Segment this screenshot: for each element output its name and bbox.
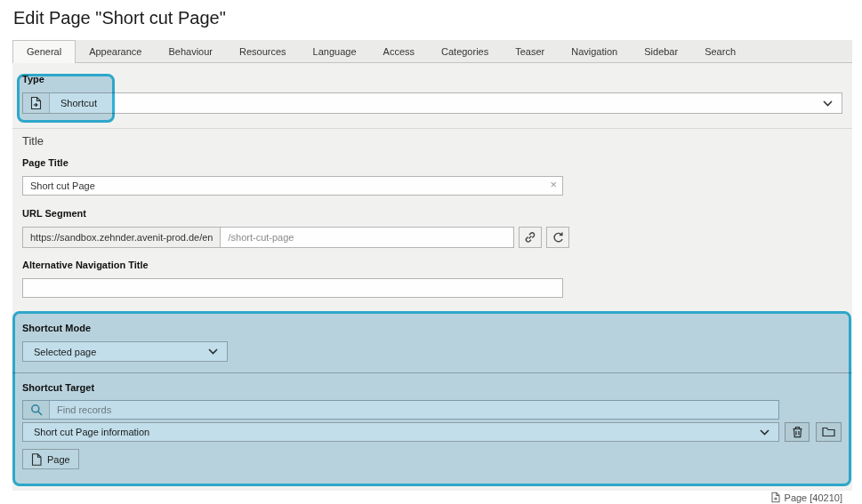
browse-records-button[interactable] — [816, 422, 842, 442]
type-select[interactable]: Shortcut — [22, 92, 842, 114]
delete-record-button[interactable] — [785, 422, 810, 442]
shortcut-page-icon — [23, 93, 50, 113]
record-search-input[interactable] — [50, 401, 778, 419]
footer-record-info: Page [40210] — [770, 492, 842, 503]
chevron-down-icon — [823, 100, 833, 107]
tab-appearance[interactable]: Appearance — [76, 41, 155, 62]
alt-nav-title-label: Alternative Navigation Title — [22, 260, 842, 270]
shortcut-mode-select[interactable]: Selected page — [22, 341, 228, 362]
link-icon — [523, 230, 537, 244]
shortcut-target-label: Shortcut Target — [22, 382, 842, 393]
tab-search[interactable]: Search — [691, 41, 749, 62]
fieldset-divider — [12, 372, 852, 373]
shortcut-mode-label: Shortcut Mode — [22, 323, 842, 333]
tab-teaser[interactable]: Teaser — [502, 41, 558, 62]
refresh-icon — [552, 231, 565, 244]
page-title-label: Page Title — [22, 157, 842, 168]
tab-general[interactable]: General — [12, 40, 76, 63]
footer-record-label: Page [40210] — [785, 492, 842, 503]
chevron-down-icon — [208, 348, 218, 355]
tab-access[interactable]: Access — [370, 41, 428, 62]
tab-resources[interactable]: Resources — [226, 41, 300, 62]
url-toggle-button[interactable] — [519, 227, 542, 248]
add-page-button-label: Page — [47, 454, 70, 465]
title-section-heading: Title — [22, 134, 842, 148]
tab-behaviour[interactable]: Behaviour — [155, 41, 226, 62]
shortcut-section: Shortcut Mode Selected page Shortcut Tar… — [12, 311, 852, 486]
type-value: Shortcut — [50, 98, 97, 108]
add-page-button[interactable]: Page — [22, 449, 79, 469]
chevron-down-icon — [760, 429, 769, 436]
shortcut-mode-value: Selected page — [23, 347, 96, 357]
url-prefix: https://sandbox.zehnder.avenit-prod.de/e… — [22, 227, 221, 248]
trash-icon — [792, 426, 803, 438]
url-segment-label: URL Segment — [22, 208, 842, 219]
page-title-input[interactable] — [22, 176, 563, 196]
clear-icon[interactable]: × — [550, 179, 557, 191]
shortcut-highlight-callout — [12, 311, 851, 486]
url-recalculate-button[interactable] — [546, 227, 569, 248]
shortcut-target-select[interactable]: Short cut Page information — [22, 422, 779, 442]
tab-navigation[interactable]: Navigation — [558, 41, 631, 62]
alt-nav-title-input[interactable] — [22, 278, 563, 298]
search-icon — [23, 401, 50, 419]
page-title: Edit Page "Short cut Page" — [0, 0, 862, 28]
tab-bar: General Appearance Behaviour Resources L… — [12, 40, 852, 63]
tab-sidebar[interactable]: Sidebar — [631, 41, 691, 62]
type-label: Type — [22, 74, 842, 84]
shortcut-target-value: Short cut Page information — [23, 427, 149, 437]
content-panel: Type Shortcut Title Page Title × URL Seg… — [12, 63, 852, 491]
fieldset-divider — [12, 128, 852, 129]
page-icon — [31, 453, 42, 466]
folder-icon — [822, 427, 835, 437]
record-search-group — [22, 400, 779, 420]
shortcut-page-icon — [770, 492, 781, 503]
tab-categories[interactable]: Categories — [428, 41, 502, 62]
tab-language[interactable]: Language — [300, 41, 370, 62]
url-segment-input[interactable] — [221, 227, 514, 248]
